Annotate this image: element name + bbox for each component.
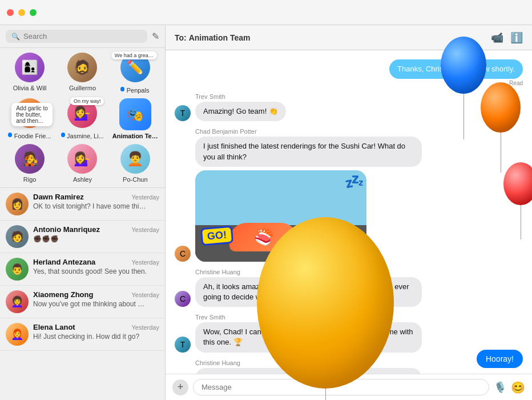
conversation-list: 👩 Dawn Ramirez Yesterday OK to visit ton…: [0, 188, 165, 400]
convo-name-row-elena: Elena Lanot Yesterday: [33, 323, 159, 331]
blue-dot-foodie: [8, 133, 12, 137]
messages-container: Thanks, Christine. I'll review shortly. …: [166, 50, 532, 374]
convo-name-row-xiaomeng: Xiaomeng Zhong Yesterday: [33, 290, 159, 299]
convo-info-antonio: Antonio Manriquez Yesterday ✊🏿✊🏿✊🏿: [33, 225, 159, 243]
app-container: 🔍 ✎ 👩‍👦 Olivia & Will 🧔 Guillermo We had…: [0, 25, 532, 400]
convo-name-elena: Elena Lanot: [33, 323, 75, 331]
pinned-row-1: 👩‍👦 Olivia & Will 🧔 Guillermo We had a g…: [3, 53, 162, 94]
convo-item-herland[interactable]: 👨 Herland Antezana Yesterday Yes, that s…: [0, 253, 165, 286]
sushi-car-image: 🍣 GO! 💤: [195, 170, 366, 262]
convo-preview-antonio: ✊🏿✊🏿✊🏿: [33, 235, 147, 243]
blue-dot-jasmine: [61, 133, 65, 137]
info-icon[interactable]: ℹ️: [510, 31, 523, 44]
convo-item-antonio[interactable]: 🧑 Antonio Manriquez Yesterday ✊🏿✊🏿✊🏿: [0, 221, 165, 253]
msg-content-m1: Thanks, Christine. I'll review shortly. …: [389, 59, 523, 86]
chat-header-title: To: Animation Team: [175, 33, 251, 42]
sidebar-header: 🔍 ✎: [0, 25, 165, 48]
pinned-item-jasmine[interactable]: On my way! 💁‍♀️ Jasmine, Li...: [59, 98, 105, 139]
convo-name-row-herland: Herland Antezana Yesterday: [33, 258, 159, 266]
message-row-m3: C Chad Benjamin Potter I just finished t…: [175, 128, 523, 261]
close-button[interactable]: [7, 9, 14, 16]
blue-dot-penpals: [120, 87, 124, 91]
avatar-guillermo: 🧔: [67, 53, 97, 82]
convo-name-row-dawn: Dawn Ramirez Yesterday: [33, 193, 159, 201]
convo-preview-elena: Hi! Just checking in. How did it go?: [33, 333, 147, 341]
voice-icon[interactable]: 🎙️: [494, 381, 506, 394]
msg-sender-m4: Christine Huang: [195, 269, 422, 275]
convo-preview-herland: Yes, that sounds good! See you then.: [33, 267, 147, 275]
msg-bubble-m5: Wow, Chad! I can really envision us taki…: [195, 322, 422, 352]
msg-avatar-trev: T: [175, 105, 191, 121]
pinned-item-animation-team[interactable]: 🎭 Animation Team: [112, 98, 158, 139]
convo-time-dawn: Yesterday: [131, 194, 159, 201]
pinned-name-foodie-row: Foodie Frie...: [8, 130, 51, 139]
msg-read-m1: Read: [389, 80, 523, 86]
compose-button[interactable]: ✎: [152, 31, 159, 42]
convo-item-dawn[interactable]: 👩 Dawn Ramirez Yesterday OK to visit ton…: [0, 188, 165, 221]
pinned-name-rigo: Rigo: [7, 176, 53, 183]
msg-avatar-chad: C: [175, 246, 191, 262]
chat-to-label: To:: [175, 33, 187, 42]
pinned-name-pochun: Po-Chun: [112, 176, 158, 183]
chat-group-name: Animation Team: [189, 33, 251, 42]
pinned-item-guillermo[interactable]: 🧔 Guillermo: [59, 53, 105, 94]
convo-info-dawn: Dawn Ramirez Yesterday OK to visit tonig…: [33, 193, 159, 210]
msg-content-m3: Chad Benjamin Potter I just finished the…: [195, 128, 422, 261]
maximize-button[interactable]: [30, 9, 37, 16]
search-input[interactable]: [23, 32, 142, 41]
pinned-item-pochun[interactable]: 🧑‍🦱 Po-Chun: [112, 144, 158, 183]
pinned-item-olivia-will[interactable]: 👩‍👦 Olivia & Will: [7, 53, 53, 94]
msg-sender-m2: Trev Smith: [195, 93, 286, 100]
message-row-m2: T Trev Smith Amazing! Go team! 👏: [175, 93, 523, 121]
convo-item-xiaomeng[interactable]: 👩‍🦱 Xiaomeng Zhong Yesterday Now you've …: [0, 286, 165, 318]
convo-time-xiaomeng: Yesterday: [131, 291, 159, 298]
convo-preview-xiaomeng: Now you've got me thinking about my next…: [33, 300, 147, 308]
convo-time-herland: Yesterday: [131, 259, 159, 266]
pinned-row-2: Add garlic to the butter, and then... 🍕 …: [3, 98, 162, 139]
msg-content-m4: Christine Huang Ah, it looks amazing, Ch…: [195, 269, 422, 307]
chat-input-area: + 🎙️ 😊: [166, 374, 532, 400]
convo-name-antonio: Antonio Manriquez: [33, 225, 100, 234]
convo-name-dawn: Dawn Ramirez: [33, 193, 84, 201]
search-bar[interactable]: 🔍: [6, 30, 147, 43]
avatar-ashley: 💁‍♀️: [67, 144, 97, 174]
message-row-m4: C Christine Huang Ah, it looks amazing, …: [175, 269, 523, 307]
msg-bubble-m3: I just finished the latest renderings fo…: [195, 137, 422, 166]
pinned-name-olivia-will: Olivia & Will: [7, 85, 53, 91]
convo-avatar-antonio: 🧑: [6, 225, 29, 248]
emoji-icon[interactable]: 😊: [511, 381, 525, 394]
chat-header: To: Animation Team 📹 ℹ️: [166, 25, 532, 50]
chat-area: To: Animation Team 📹 ℹ️ Thanks, Christin…: [166, 25, 532, 400]
pinned-section: 👩‍👦 Olivia & Will 🧔 Guillermo We had a g…: [0, 48, 165, 188]
search-icon: 🔍: [11, 33, 20, 41]
pinned-item-ashley[interactable]: 💁‍♀️ Ashley: [59, 144, 105, 183]
add-button[interactable]: +: [172, 379, 188, 395]
convo-info-elena: Elena Lanot Yesterday Hi! Just checking …: [33, 323, 159, 341]
convo-info-xiaomeng: Xiaomeng Zhong Yesterday Now you've got …: [33, 290, 159, 308]
convo-time-elena: Yesterday: [131, 324, 159, 331]
pinned-item-penpals[interactable]: We had a great time. Home with... ✏️ Pen…: [112, 53, 158, 94]
video-call-icon[interactable]: 📹: [491, 31, 503, 44]
convo-item-elena[interactable]: 👩‍🦰 Elena Lanot Yesterday Hi! Just check…: [0, 318, 165, 351]
pinned-item-rigo[interactable]: 🧑‍🎤 Rigo: [7, 144, 53, 183]
msg-sender-m3: Chad Benjamin Potter: [195, 128, 422, 135]
pinned-item-foodie[interactable]: Add garlic to the butter, and then... 🍕 …: [7, 98, 53, 139]
pinned-name-jasmine-row: Jasmine, Li...: [61, 130, 104, 139]
message-input[interactable]: [193, 379, 489, 395]
message-row-m5: T Trev Smith Wow, Chad! I can really env…: [175, 314, 523, 352]
pinned-name-penpals: Penpals: [126, 87, 150, 94]
convo-time-antonio: Yesterday: [131, 226, 159, 233]
convo-name-herland: Herland Antezana: [33, 258, 95, 266]
msg-avatar-trev2: T: [175, 337, 191, 353]
titlebar: [0, 0, 532, 25]
msg-bubble-m2: Amazing! Go team! 👏: [195, 102, 286, 121]
msg-bubble-m6: Do you want to review all the renders to…: [195, 368, 422, 374]
convo-info-herland: Herland Antezana Yesterday Yes, that sou…: [33, 258, 159, 275]
msg-sender-m5: Trev Smith: [195, 314, 422, 321]
minimize-button[interactable]: [18, 9, 25, 16]
msg-bubble-m1: Thanks, Christine. I'll review shortly.: [389, 59, 523, 79]
pinned-name-penpals-row: Penpals: [120, 85, 150, 94]
convo-name-row-antonio: Antonio Manriquez Yesterday: [33, 225, 159, 234]
go-sticker: GO!: [200, 225, 233, 246]
pinned-row-3: 🧑‍🎤 Rigo 💁‍♀️ Ashley 🧑‍🦱 Po-Chun: [3, 144, 162, 183]
